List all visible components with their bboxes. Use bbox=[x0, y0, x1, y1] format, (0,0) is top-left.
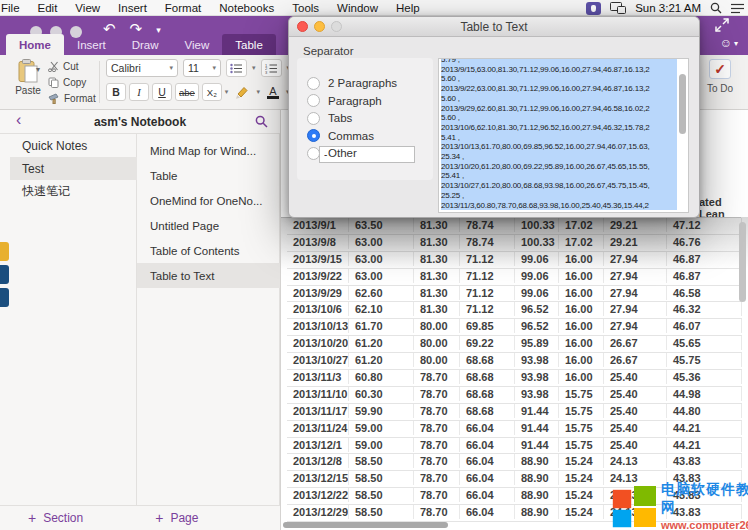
radio-commas[interactable]: Commas bbox=[307, 129, 374, 143]
table-cell-value[interactable]: 80.00 bbox=[414, 319, 460, 333]
page-item[interactable]: OneMind for OneNo... bbox=[137, 188, 280, 213]
table-row[interactable]: 2013/9/863.0081.3078.74100.3317.0229.214… bbox=[287, 235, 742, 252]
table-cell-value[interactable]: 78.70 bbox=[414, 387, 460, 401]
table-cell-value[interactable] bbox=[287, 300, 349, 302]
table-cell-date[interactable]: 2013/11/24 bbox=[287, 421, 349, 435]
italic-button[interactable]: I bbox=[129, 83, 149, 101]
back-chevron-icon[interactable]: ‹ bbox=[16, 111, 21, 129]
table-row[interactable]: 2013/12/858.5078.7066.0488.9015.2424.134… bbox=[287, 454, 742, 471]
table-cell-date[interactable]: 2013/12/8 bbox=[287, 454, 349, 468]
menu-item-file[interactable]: File bbox=[0, 2, 29, 14]
vertical-scrollbar[interactable] bbox=[739, 222, 746, 302]
table-cell-value[interactable]: 59.00 bbox=[349, 438, 414, 452]
table-cell-value[interactable]: 46.07 bbox=[667, 319, 742, 333]
table-cell-date[interactable]: 2013/10/20 bbox=[287, 336, 349, 350]
highlight-chevron-icon[interactable]: ▾ bbox=[256, 88, 260, 96]
table-cell-value[interactable] bbox=[287, 519, 349, 521]
feedback-smiley-icon[interactable]: ☺ bbox=[720, 36, 732, 50]
table-cell-date[interactable]: 2013/9/8 bbox=[287, 235, 349, 249]
page-item[interactable]: Table of Contents bbox=[137, 238, 280, 263]
copy-button[interactable]: Copy bbox=[48, 75, 96, 89]
table-cell-value[interactable]: 68.68 bbox=[460, 353, 515, 367]
table-cell-value[interactable]: 58.50 bbox=[349, 454, 414, 468]
table-cell-value[interactable]: 15.75 bbox=[559, 404, 604, 418]
table-cell-value[interactable]: 27.94 bbox=[604, 269, 667, 283]
table-cell-value[interactable]: 63.00 bbox=[349, 252, 414, 266]
table-cell-value[interactable]: 78.70 bbox=[414, 438, 460, 452]
table-row[interactable]: 2013/9/2962.6081.3071.1299.0616.0027.944… bbox=[287, 286, 742, 303]
notification-center-icon[interactable] bbox=[731, 3, 744, 14]
table-cell-value[interactable]: 81.30 bbox=[414, 286, 460, 300]
preview-scrollbar[interactable] bbox=[679, 74, 686, 134]
table-cell-value[interactable]: 16.00 bbox=[559, 252, 604, 266]
table-cell-value[interactable]: 27.94 bbox=[604, 286, 667, 300]
radio-2-paragraphs[interactable]: 2 Paragraphs bbox=[307, 76, 397, 90]
radio-dot-icon[interactable] bbox=[307, 94, 320, 107]
table-cell-value[interactable]: 25.40 bbox=[604, 387, 667, 401]
section-item[interactable]: Quick Notes bbox=[10, 134, 137, 157]
page-item[interactable]: Untitled Page bbox=[137, 213, 280, 238]
table-cell-date[interactable]: 2013/12/29 bbox=[287, 505, 349, 519]
table-cell-value[interactable] bbox=[287, 232, 349, 234]
table-cell-date[interactable]: 2013/10/6 bbox=[287, 302, 349, 316]
table-cell-value[interactable]: 26.67 bbox=[604, 353, 667, 367]
horizontal-scrollbar[interactable] bbox=[283, 522, 448, 528]
table-cell-value[interactable]: 95.89 bbox=[515, 336, 559, 350]
table-cell-value[interactable]: 25.40 bbox=[604, 370, 667, 384]
radio-dot-icon[interactable] bbox=[307, 147, 320, 160]
table-cell-value[interactable]: 93.98 bbox=[515, 353, 559, 367]
section-item[interactable]: 快速笔记 bbox=[10, 180, 137, 203]
table-cell-value[interactable]: 46.32 bbox=[667, 302, 742, 316]
table-cell-value[interactable]: 61.20 bbox=[349, 353, 414, 367]
table-cell-value[interactable]: 59.90 bbox=[349, 404, 414, 418]
table-cell-value[interactable]: 47.12 bbox=[667, 218, 742, 232]
table-cell-value[interactable] bbox=[287, 316, 349, 318]
table-cell-value[interactable]: 78.70 bbox=[414, 471, 460, 485]
table-cell-value[interactable]: 27.94 bbox=[604, 319, 667, 333]
menu-item-help[interactable]: Help bbox=[387, 2, 429, 14]
table-cell-value[interactable]: 93.98 bbox=[515, 387, 559, 401]
table-cell-value[interactable] bbox=[287, 468, 349, 470]
table-row[interactable]: 2013/10/1361.7080.0069.8596.5216.0027.94… bbox=[287, 319, 742, 336]
table-cell-value[interactable]: 44.98 bbox=[667, 387, 742, 401]
table-cell-value[interactable] bbox=[287, 435, 349, 437]
table-cell-value[interactable]: 44.80 bbox=[667, 404, 742, 418]
table-cell-date[interactable]: 2013/9/15 bbox=[287, 252, 349, 266]
add-page-button[interactable]: + Page bbox=[155, 510, 198, 526]
table-cell-value[interactable]: 25.40 bbox=[604, 438, 667, 452]
table-row[interactable]: 2013/12/159.0078.7066.0491.4415.7525.404… bbox=[287, 438, 742, 455]
table-cell-value[interactable]: 16.00 bbox=[559, 319, 604, 333]
table-cell-value[interactable]: 61.70 bbox=[349, 319, 414, 333]
table-cell-value[interactable]: 78.74 bbox=[460, 218, 515, 232]
radio-dot-icon[interactable] bbox=[307, 77, 320, 90]
table-row[interactable]: 2013/10/662.1081.3071.1296.5216.0027.944… bbox=[287, 302, 742, 319]
menu-item-notebooks[interactable]: Notebooks bbox=[210, 2, 283, 14]
table-cell-value[interactable]: 61.20 bbox=[349, 336, 414, 350]
table-cell-value[interactable]: 45.65 bbox=[667, 336, 742, 350]
table-cell-value[interactable]: 81.30 bbox=[414, 252, 460, 266]
radio-dot-icon[interactable] bbox=[307, 112, 320, 125]
table-cell-value[interactable]: 81.30 bbox=[414, 218, 460, 232]
table-cell-value[interactable] bbox=[287, 266, 349, 268]
table-cell-value[interactable] bbox=[287, 502, 349, 504]
table-cell-value[interactable]: 68.68 bbox=[460, 370, 515, 384]
paste-button[interactable]: Paste bbox=[8, 59, 48, 96]
table-cell-value[interactable]: 68.68 bbox=[460, 404, 515, 418]
bullet-list-button[interactable] bbox=[226, 59, 247, 77]
app-indicator-icon[interactable] bbox=[586, 2, 601, 15]
table-cell-value[interactable]: 81.30 bbox=[414, 269, 460, 283]
table-cell-date[interactable]: 2013/10/27 bbox=[287, 353, 349, 367]
table-cell-value[interactable]: 29.21 bbox=[604, 235, 667, 249]
table-cell-value[interactable]: 15.75 bbox=[559, 421, 604, 435]
table-row[interactable]: 2013/11/1060.3078.7068.6893.9815.7525.40… bbox=[287, 387, 742, 404]
table-cell-value[interactable]: 46.87 bbox=[667, 252, 742, 266]
table-cell-value[interactable]: 66.04 bbox=[460, 505, 515, 519]
table-cell-value[interactable] bbox=[287, 485, 349, 487]
todo-tag-button[interactable]: ✓ To Do bbox=[700, 59, 740, 94]
table-cell-value[interactable]: 81.30 bbox=[414, 235, 460, 249]
table-cell-value[interactable]: 27.94 bbox=[604, 252, 667, 266]
table-cell-date[interactable]: 2013/9/22 bbox=[287, 269, 349, 283]
data-table[interactable]: 2013/9/163.5081.3078.74100.3317.0229.214… bbox=[287, 218, 742, 522]
table-cell-value[interactable]: 88.90 bbox=[515, 471, 559, 485]
table-row[interactable]: 2013/11/1759.9078.7068.6891.4415.7525.40… bbox=[287, 404, 742, 421]
